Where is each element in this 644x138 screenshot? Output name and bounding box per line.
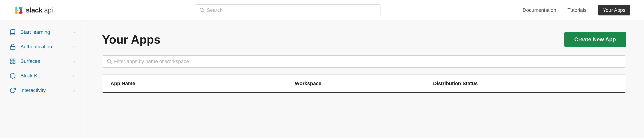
logo-text: slack api — [26, 6, 53, 14]
content-area: Your Apps Create New App App Name Worksp… — [84, 20, 644, 138]
nav-tutorials[interactable]: Tutorials — [568, 7, 586, 13]
col-header-app-name: App Name — [110, 80, 295, 86]
filter-search-icon — [107, 59, 112, 64]
sidebar-item-surfaces[interactable]: Surfaces › — [0, 54, 84, 68]
svg-line-17 — [110, 62, 112, 64]
nav-links: Documentation Tutorials Your Apps — [522, 5, 630, 16]
search-input[interactable] — [207, 7, 376, 13]
nav-your-apps[interactable]: Your Apps — [598, 5, 630, 16]
sidebar-item-authentication[interactable]: Authentication › — [0, 40, 84, 54]
chevron-right-icon: › — [73, 74, 75, 78]
slack-logo-icon — [14, 5, 24, 15]
filter-input[interactable] — [114, 58, 621, 64]
col-header-distribution-status: Distribution Status — [433, 80, 618, 86]
chevron-right-icon: › — [73, 88, 75, 93]
filter-bar — [102, 56, 626, 68]
svg-rect-13 — [13, 59, 15, 61]
sidebar-item-interactivity[interactable]: Interactivity › — [0, 83, 84, 98]
grid-icon — [9, 58, 16, 65]
sidebar-item-start-learning[interactable]: Start learning › — [0, 25, 84, 40]
lock-icon — [9, 43, 16, 50]
chevron-right-icon: › — [73, 44, 75, 49]
create-new-app-button[interactable]: Create New App — [564, 32, 626, 47]
chevron-right-icon: › — [73, 30, 75, 35]
logo[interactable]: slack api — [14, 5, 53, 15]
nav-documentation[interactable]: Documentation — [522, 7, 556, 13]
blockkit-icon — [9, 72, 16, 80]
svg-point-9 — [200, 8, 203, 12]
content-header: Your Apps Create New App — [102, 32, 626, 47]
sidebar: Start learning › Authentication › Surfac… — [0, 20, 84, 138]
search-wrapper — [195, 4, 381, 16]
svg-rect-11 — [10, 46, 15, 50]
svg-line-10 — [203, 11, 204, 12]
page-title: Your Apps — [102, 33, 160, 46]
svg-rect-14 — [13, 62, 15, 64]
apps-table: App Name Workspace Distribution Status — [102, 74, 626, 93]
interactivity-icon — [9, 87, 16, 94]
svg-rect-12 — [10, 59, 12, 61]
svg-rect-8 — [19, 12, 22, 14]
main-layout: Start learning › Authentication › Surfac… — [0, 20, 644, 138]
col-header-workspace: Workspace — [295, 80, 433, 86]
sidebar-item-block-kit[interactable]: Block Kit › — [0, 68, 84, 83]
svg-rect-4 — [19, 7, 22, 8]
svg-rect-6 — [15, 12, 18, 14]
book-icon — [9, 28, 16, 36]
search-icon — [200, 8, 204, 13]
table-header: App Name Workspace Distribution Status — [102, 75, 626, 93]
chevron-right-icon: › — [73, 59, 75, 64]
svg-point-16 — [107, 60, 111, 63]
search-bar — [195, 4, 381, 16]
svg-rect-15 — [10, 62, 12, 64]
header: slack api Documentation Tutorials Your A… — [0, 0, 644, 20]
